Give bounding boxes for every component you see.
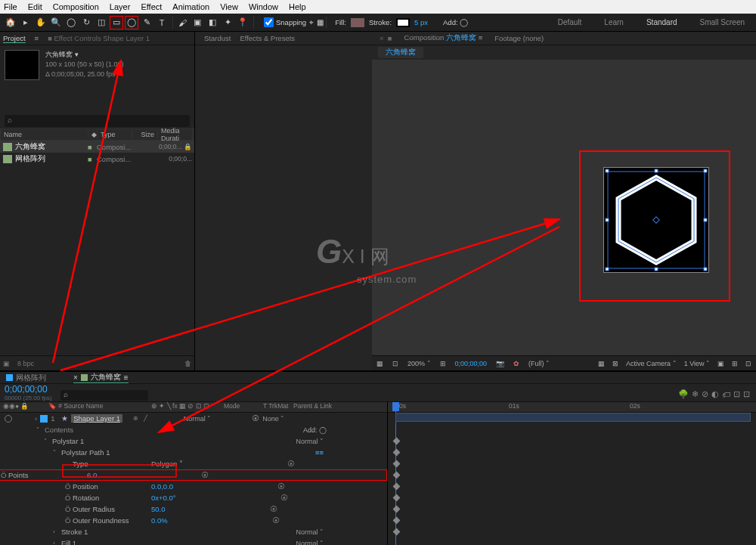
layer-bar[interactable] [395, 413, 751, 422]
stroke-mode[interactable]: Normal ˅ [296, 528, 324, 536]
vf-mask-icon[interactable]: ⊠ [612, 360, 618, 367]
workspace-small[interactable]: Small Screen [700, 18, 745, 26]
render-icon[interactable]: ▣ [3, 360, 10, 367]
stroke-row[interactable]: ›Stroke 1 Normal ˅ [0, 526, 387, 537]
parent-dropdown[interactable]: None ˅ [262, 415, 284, 423]
project-item-1[interactable]: 六角蜂窝 ■ Composi... 0;00;0... 🔒 [0, 141, 194, 153]
position-value[interactable]: 0.0,0.0 [151, 482, 173, 491]
comp-thumbnail[interactable] [5, 50, 39, 80]
add-label[interactable]: Add: [443, 18, 458, 26]
project-tab[interactable]: Project [3, 34, 26, 43]
selection-tool-icon[interactable]: ▸ [19, 16, 33, 29]
snap-icon2[interactable]: ▦ [317, 18, 324, 26]
outer-radius-value[interactable]: 50.0 [151, 505, 166, 513]
vf-icon3[interactable]: ⊞ [440, 360, 446, 367]
visibility-toggle[interactable] [5, 415, 12, 423]
workspace-switcher[interactable]: Default Learn Standard Small Screen [558, 18, 752, 26]
prop-points[interactable]: ÖPoints6.0⦿ [0, 469, 387, 481]
add-menu-icon[interactable]: ◯ [460, 18, 468, 26]
project-search[interactable]: ⌕ [5, 115, 190, 127]
menu-layer[interactable]: Layer [110, 2, 131, 11]
snapping-checkbox[interactable] [264, 17, 274, 27]
stardust-tab[interactable]: Stardust [204, 34, 231, 42]
puppet-tool-icon[interactable]: 📍 [236, 16, 249, 29]
vf-icon7[interactable]: ⊞ [732, 360, 738, 367]
orbit-tool-icon[interactable]: ◯ [64, 16, 78, 29]
stroke-width[interactable]: 5 px [414, 18, 428, 26]
tl-tab-2[interactable]: × 六角蜂窝 ≡ [73, 372, 129, 383]
tl-tab-1[interactable]: 网格阵列 [6, 373, 46, 383]
composition-tab[interactable]: Composition 六角蜂窝 ≡ [404, 33, 483, 43]
ellipse-tool-icon[interactable]: ◯ [125, 16, 138, 29]
outer-roundness-value[interactable]: 0.0% [151, 516, 168, 525]
menu-view[interactable]: View [220, 2, 238, 11]
blend-mode[interactable]: Normal ˅ [184, 415, 212, 423]
keyframe[interactable] [393, 449, 401, 457]
tl-icon-7[interactable]: ⊡ [743, 389, 750, 399]
zoom-dropdown[interactable]: 200% ˅ [407, 360, 431, 367]
path-icon[interactable]: ≡≡ [315, 448, 324, 457]
vf-grid-icon[interactable]: ▦ [598, 360, 605, 367]
col-name[interactable]: Name [1, 131, 88, 138]
comp-subtab[interactable]: 六角蜂窝 [378, 47, 423, 58]
keyframe[interactable] [393, 472, 401, 479]
polystar-path-row[interactable]: ˅Polystar Path 1 ≡≡ [0, 447, 387, 458]
add-button[interactable]: Add: ◯ [303, 426, 327, 434]
zoom-tool-icon[interactable]: 🔍 [49, 16, 63, 29]
col-size[interactable]: Size [132, 131, 158, 138]
tl-icon-3[interactable]: ⊘ [702, 389, 708, 399]
fill-swatch[interactable] [351, 18, 364, 27]
anchor-tool-icon[interactable]: ◫ [94, 16, 108, 29]
resolution-dropdown[interactable]: (Full) ˅ [528, 360, 550, 367]
footage-tab[interactable]: Footage (none) [494, 34, 544, 42]
stroke-swatch[interactable] [396, 18, 410, 27]
pen-tool-icon[interactable]: ✎ [140, 16, 153, 29]
layer-row[interactable]: › 1 ★ Shape Layer 1 ⊕ ╱ Normal ˅ ⦿ None … [0, 413, 387, 424]
timeline-search[interactable]: ⌕ [60, 390, 148, 401]
rectangle-tool-icon[interactable]: ▭ [110, 16, 123, 29]
tl-icon-5[interactable]: 🏷 [722, 390, 730, 399]
polystar-mode[interactable]: Normal ˅ [296, 438, 324, 445]
type-tool-icon[interactable]: T [155, 16, 169, 29]
vf-icon1[interactable]: ▦ [376, 360, 383, 367]
home-icon[interactable]: 🏠 [4, 16, 17, 29]
keyframe[interactable] [393, 483, 401, 491]
comp-title[interactable]: 六角蜂窝 ▾ [45, 50, 124, 60]
col-type[interactable]: Type [98, 131, 132, 138]
vf-icon4[interactable]: 📷 [496, 360, 504, 367]
project-item-2[interactable]: 网格阵列 ■ Composi... 0;00;0... [0, 153, 194, 165]
rotate-tool-icon[interactable]: ↻ [79, 16, 93, 29]
workspace-default[interactable]: Default [558, 18, 582, 26]
view-dropdown[interactable]: 1 View ˅ [684, 360, 710, 367]
fill-label[interactable]: Fill: [335, 18, 346, 26]
menu-help[interactable]: Help [289, 2, 306, 11]
effect-controls-tab[interactable]: ■ Effect Controls Shape Layer 1 [48, 34, 150, 42]
type-dropdown[interactable]: Polygon ˅ [151, 460, 183, 468]
menu-file[interactable]: File [4, 2, 17, 11]
keyframe[interactable] [393, 506, 401, 513]
brush-tool-icon[interactable]: 🖌 [175, 16, 189, 29]
bpc-toggle[interactable]: 8 bpc [17, 360, 34, 367]
vf-icon6[interactable]: ▣ [717, 360, 724, 367]
menu-composition[interactable]: Composition [53, 2, 99, 11]
vf-icon8[interactable]: ⊡ [745, 360, 751, 367]
menu-window[interactable]: Window [249, 2, 278, 11]
tl-icon-6[interactable]: ⊡ [733, 389, 740, 399]
vf-icon2[interactable]: ⊡ [392, 360, 398, 367]
fill-row[interactable]: ›Fill 1 Normal ˅ [0, 537, 387, 545]
layer-name[interactable]: Shape Layer 1 [71, 414, 122, 423]
stroke-label[interactable]: Stroke: [369, 18, 392, 26]
menubar[interactable]: File Edit Composition Layer Effect Anima… [0, 0, 756, 14]
roto-tool-icon[interactable]: ✦ [221, 16, 234, 29]
effects-presets-tab[interactable]: Effects & Presets [240, 34, 295, 42]
prop-type[interactable]: TypePolygon ˅⦿ [0, 458, 387, 469]
contents-row[interactable]: ˅Contents Add: ◯ [0, 424, 387, 435]
snap-icon[interactable]: ⌖ [309, 18, 314, 27]
keyframe[interactable] [393, 494, 401, 502]
tl-icon-2[interactable]: ❄ [692, 389, 699, 399]
polystar-row[interactable]: ˅Polystar 1 Normal ˅ [0, 435, 387, 447]
rotation-value[interactable]: 0x+0.0° [151, 494, 176, 502]
keyframe[interactable] [393, 528, 401, 536]
hand-tool-icon[interactable]: ✋ [34, 16, 48, 29]
trash-icon[interactable]: 🗑 [184, 360, 191, 367]
